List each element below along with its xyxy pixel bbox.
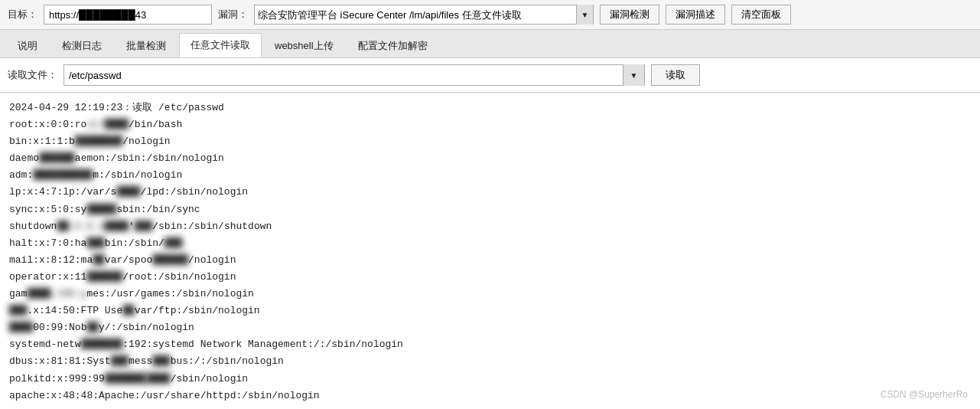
desc-button[interactable]: 漏洞描述 [666,5,725,25]
target-label: 目标： [8,8,37,21]
output-line-8: halt:x:7:0:ha███bin:/sbin/███ [9,235,971,252]
file-input-wrapper: ▼ [63,64,645,86]
output-line-13: ████00:99:Nob██y/:/sbin/nologin [9,319,971,336]
read-button[interactable]: 读取 [651,64,700,86]
file-read-label: 读取文件： [8,68,57,82]
target-input[interactable] [44,5,212,25]
file-read-bar: 读取文件： ▼ 读取 [0,58,980,93]
tab-file-read[interactable]: 任意文件读取 [179,33,262,57]
top-bar: 目标： 漏洞： 综合安防管理平台 iSecure Center /lm/api/… [0,0,980,30]
watermark: CSDN @SuperherRo [881,387,968,402]
file-dropdown-icon[interactable]: ▼ [623,64,644,86]
output-line-10: operator:x:11██████/root:/sbin/nologin [9,269,971,286]
vuln-dropdown-icon[interactable]: ▼ [576,5,593,25]
tab-webshell[interactable]: webshell上传 [263,34,345,57]
output-line-14: systemd-netw███████:192:systemd Network … [9,336,971,353]
output-line-11: gam████.100.gmes:/usr/games:/sbin/nologi… [9,286,971,303]
output-line-9: mail:x:8:12:ma██var/spoo██████/nologin [9,252,971,269]
tab-config[interactable]: 配置文件加解密 [347,34,439,57]
tab-batch[interactable]: 批量检测 [115,34,177,57]
output-line-5: lp:x:4:7:lp:/var/s████/lpd:/sbin/nologin [9,184,971,201]
output-line-0: 2024-04-29 12:19:23：读取 /etc/passwd [9,100,971,116]
vuln-select-wrapper: 综合安防管理平台 iSecure Center /lm/api/files 任意… [254,5,594,25]
output-line-7: shutdown██.6.0.s████'███/sbin:/sbin/shut… [9,218,971,235]
output-line-1: root:x:0:0:root/████/bin/bash [9,116,971,133]
output-line-12: ███.x:14:50:FTP Use██var/ftp:/sbin/nolog… [9,303,971,319]
clear-button[interactable]: 清空面板 [731,5,791,25]
tab-log[interactable]: 检测日志 [50,34,113,57]
file-path-input[interactable] [64,65,623,85]
output-line-3: daemo██████aemon:/sbin:/sbin/nologin [9,150,971,167]
output-line-4: adm:██████████m:/sbin/nologin [9,167,971,184]
output-line-6: sync:x:5:0:sy█████sbin:/bin/sync [9,201,971,218]
output-line-2: bin:x:1:1:b████████/nologin [9,133,971,150]
tab-bar: 说明 检测日志 批量检测 任意文件读取 webshell上传 配置文件加解密 [0,30,980,58]
detect-button[interactable]: 漏洞检测 [600,5,659,25]
output-line-15: dbus:x:81:81:Syst███mess███bus:/:/sbin/n… [9,353,971,370]
output-line-17: apache:x:48:48:Apache:/usr/share/httpd:/… [9,388,971,404]
output-area: 2024-04-29 12:19:23：读取 /etc/passwd root:… [0,93,980,409]
tab-explain[interactable]: 说明 [6,34,49,57]
vuln-select[interactable]: 综合安防管理平台 iSecure Center /lm/api/files 任意… [255,5,576,24]
vuln-label: 漏洞： [218,8,248,21]
output-line-16: polkitd:x:999:99███████████/sbin/nologin [9,371,971,388]
